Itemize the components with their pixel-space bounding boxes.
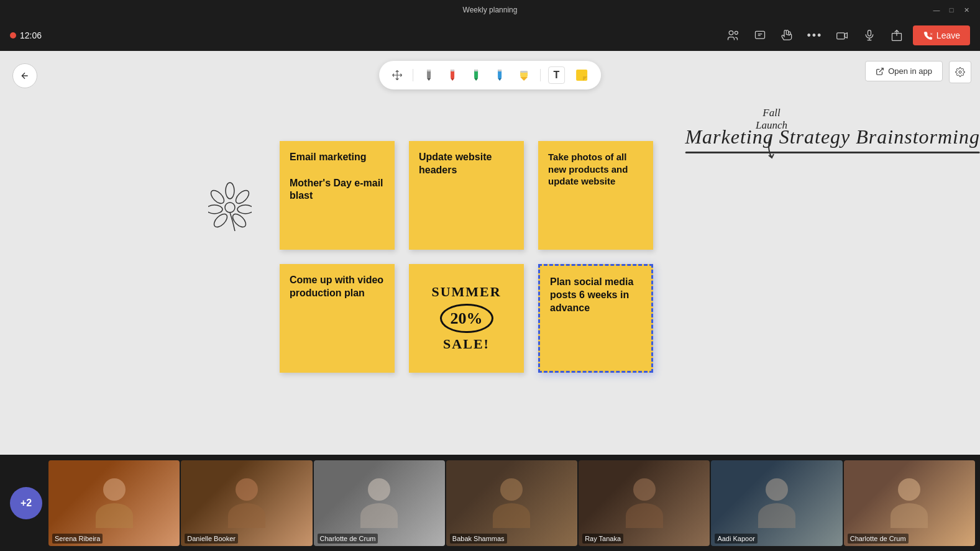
tool-separator [413,69,413,81]
top-toolbar: 12:06 ••• [0,20,980,51]
leave-label: Leave [936,30,960,40]
chat-button[interactable] [749,24,771,47]
red-pencil-tool[interactable] [444,66,460,84]
move-tool[interactable] [389,67,405,83]
svg-rect-20 [498,70,501,71]
window-title: Weekly planning [463,6,518,14]
sticky-note-photos[interactable]: Take photos of all new products and upda… [538,141,653,250]
clock-time: 12:06 [20,30,42,40]
svg-point-33 [209,188,226,206]
svg-marker-22 [520,77,528,81]
svg-rect-23 [520,71,528,73]
camera-button[interactable] [831,24,853,47]
svg-point-31 [212,212,229,229]
svg-point-27 [226,183,234,199]
svg-marker-19 [498,78,501,81]
record-indicator [10,32,16,39]
open-in-app-label: Open in app [888,66,932,76]
svg-line-25 [879,68,883,71]
svg-marker-16 [474,78,478,81]
leave-button[interactable]: Leave [913,25,970,45]
toolbar-right: ••• Leave [721,24,970,47]
sticky-note-tool[interactable] [572,66,591,84]
green-pencil-tool[interactable] [468,66,484,84]
participant-tile-charlotte1[interactable]: Charlotte de Crum [314,460,445,546]
svg-point-34 [225,203,235,212]
more-options-button[interactable]: ••• [804,24,826,47]
title-underline [685,152,980,153]
participant-tile-danielle[interactable]: Danielle Booker [181,460,312,546]
participant-tile-ray[interactable]: Ray Tanaka [579,460,710,546]
sticky-note-video[interactable]: Come up with video production plan [280,264,395,373]
open-in-app-button[interactable]: Open in app [865,61,943,81]
svg-point-0 [729,31,733,35]
participant-name-aadi: Aadi Kapoor [715,534,758,544]
participant-name-babak: Babak Shammas [450,534,507,544]
participant-name-serena: Serena Ribeira [52,534,103,544]
close-button[interactable]: ✕ [963,6,970,14]
svg-rect-2 [755,31,764,39]
whiteboard: Marketing Strategy Brainstorming Fall La… [0,101,980,455]
participant-tile-aadi[interactable]: Aadi Kapoor [711,460,842,546]
raise-hand-button[interactable] [776,24,799,47]
board-title: Marketing Strategy Brainstorming [685,125,980,148]
svg-rect-3 [837,33,845,39]
sticky-note-email[interactable]: Email marketing Mother's Day e-mail blas… [280,141,395,250]
window-controls: — □ ✕ [933,6,970,14]
sticky-note-summer[interactable]: SUMMER 20% SALE! [409,264,524,373]
svg-rect-11 [427,70,431,71]
svg-rect-17 [474,70,478,71]
participant-name-charlotte1: Charlotte de Crum [318,534,378,544]
fall-launch-annotation: Fall Launch [756,107,787,162]
svg-point-32 [208,205,222,214]
svg-point-26 [959,71,961,73]
drawing-toolbar: T [379,61,602,89]
gray-pencil-tool[interactable] [421,66,437,84]
highlighter-tool[interactable] [515,66,533,84]
extra-count: +2 [10,487,42,519]
sticky-note-social[interactable]: Plan social media posts 6 weeks in advan… [538,264,653,373]
main-area: T Open in app Marketing Strategy Brainst… [0,51,980,455]
maximize-button[interactable]: □ [948,6,955,14]
svg-rect-24 [576,70,587,81]
blue-pencil-tool[interactable] [492,66,508,84]
participants-button[interactable] [721,24,744,47]
participant-tile-babak[interactable]: Babak Shammas [446,460,577,546]
flower-decoration [208,181,252,234]
svg-rect-5 [868,30,871,36]
svg-marker-10 [427,78,431,81]
settings-button[interactable] [949,61,971,83]
svg-marker-13 [451,78,454,81]
participant-tile-charlotte2[interactable]: Charlotte de Crum [844,460,975,546]
sticky-note-website[interactable]: Update website headers [409,141,524,250]
back-button[interactable] [12,63,37,88]
svg-rect-14 [451,70,454,71]
minimize-button[interactable]: — [933,6,940,14]
svg-point-30 [231,212,248,229]
participant-name-danielle: Danielle Booker [185,534,238,544]
svg-marker-4 [845,33,847,38]
svg-point-1 [735,31,738,34]
sticky-notes-grid: Email marketing Mother's Day e-mail blas… [280,141,656,376]
participant-tile-serena[interactable]: Serena Ribeira [48,460,180,546]
participant-name-charlotte2: Charlotte de Crum [848,534,909,544]
time-indicator: 12:06 [10,30,42,40]
svg-point-28 [234,188,251,206]
title-bar: Weekly planning — □ ✕ [0,0,980,20]
svg-point-29 [237,205,252,214]
share-button[interactable] [886,24,908,47]
microphone-button[interactable] [858,24,881,47]
participants-bar: +2 Serena Ribeira Danielle Booker Charlo… [0,455,980,551]
participant-name-ray: Ray Tanaka [582,534,623,544]
tool-separator-2 [540,69,541,81]
text-tool[interactable]: T [548,66,566,84]
